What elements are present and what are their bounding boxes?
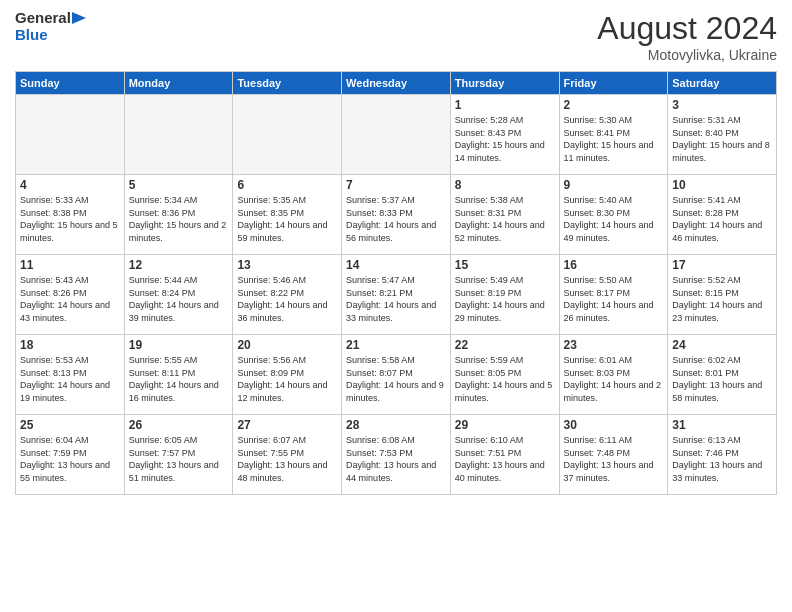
col-friday: Friday bbox=[559, 72, 668, 95]
day-number: 21 bbox=[346, 338, 446, 352]
day-number: 23 bbox=[564, 338, 664, 352]
weekday-row: Sunday Monday Tuesday Wednesday Thursday… bbox=[16, 72, 777, 95]
day-cell: 28Sunrise: 6:08 AMSunset: 7:53 PMDayligh… bbox=[342, 415, 451, 495]
week-row-3: 18Sunrise: 5:53 AMSunset: 8:13 PMDayligh… bbox=[16, 335, 777, 415]
day-cell: 3Sunrise: 5:31 AMSunset: 8:40 PMDaylight… bbox=[668, 95, 777, 175]
day-cell: 15Sunrise: 5:49 AMSunset: 8:19 PMDayligh… bbox=[450, 255, 559, 335]
week-row-4: 25Sunrise: 6:04 AMSunset: 7:59 PMDayligh… bbox=[16, 415, 777, 495]
day-number: 26 bbox=[129, 418, 229, 432]
day-cell: 19Sunrise: 5:55 AMSunset: 8:11 PMDayligh… bbox=[124, 335, 233, 415]
day-cell: 10Sunrise: 5:41 AMSunset: 8:28 PMDayligh… bbox=[668, 175, 777, 255]
col-monday: Monday bbox=[124, 72, 233, 95]
day-cell: 24Sunrise: 6:02 AMSunset: 8:01 PMDayligh… bbox=[668, 335, 777, 415]
day-cell: 21Sunrise: 5:58 AMSunset: 8:07 PMDayligh… bbox=[342, 335, 451, 415]
day-info: Sunrise: 5:38 AMSunset: 8:31 PMDaylight:… bbox=[455, 194, 555, 244]
day-number: 10 bbox=[672, 178, 772, 192]
day-number: 19 bbox=[129, 338, 229, 352]
day-cell: 5Sunrise: 5:34 AMSunset: 8:36 PMDaylight… bbox=[124, 175, 233, 255]
day-info: Sunrise: 6:04 AMSunset: 7:59 PMDaylight:… bbox=[20, 434, 120, 484]
day-cell: 30Sunrise: 6:11 AMSunset: 7:48 PMDayligh… bbox=[559, 415, 668, 495]
day-info: Sunrise: 5:35 AMSunset: 8:35 PMDaylight:… bbox=[237, 194, 337, 244]
day-cell bbox=[342, 95, 451, 175]
day-number: 27 bbox=[237, 418, 337, 432]
day-cell: 1Sunrise: 5:28 AMSunset: 8:43 PMDaylight… bbox=[450, 95, 559, 175]
day-number: 24 bbox=[672, 338, 772, 352]
day-info: Sunrise: 6:02 AMSunset: 8:01 PMDaylight:… bbox=[672, 354, 772, 404]
day-info: Sunrise: 5:56 AMSunset: 8:09 PMDaylight:… bbox=[237, 354, 337, 404]
day-info: Sunrise: 5:34 AMSunset: 8:36 PMDaylight:… bbox=[129, 194, 229, 244]
day-info: Sunrise: 6:13 AMSunset: 7:46 PMDaylight:… bbox=[672, 434, 772, 484]
day-cell bbox=[16, 95, 125, 175]
day-cell: 27Sunrise: 6:07 AMSunset: 7:55 PMDayligh… bbox=[233, 415, 342, 495]
title-block: August 2024 Motovylivka, Ukraine bbox=[597, 10, 777, 63]
day-info: Sunrise: 6:08 AMSunset: 7:53 PMDaylight:… bbox=[346, 434, 446, 484]
col-saturday: Saturday bbox=[668, 72, 777, 95]
day-cell: 16Sunrise: 5:50 AMSunset: 8:17 PMDayligh… bbox=[559, 255, 668, 335]
day-cell: 11Sunrise: 5:43 AMSunset: 8:26 PMDayligh… bbox=[16, 255, 125, 335]
day-cell bbox=[124, 95, 233, 175]
day-cell: 7Sunrise: 5:37 AMSunset: 8:33 PMDaylight… bbox=[342, 175, 451, 255]
day-info: Sunrise: 6:11 AMSunset: 7:48 PMDaylight:… bbox=[564, 434, 664, 484]
svg-marker-0 bbox=[72, 12, 86, 24]
day-cell: 31Sunrise: 6:13 AMSunset: 7:46 PMDayligh… bbox=[668, 415, 777, 495]
day-number: 13 bbox=[237, 258, 337, 272]
day-number: 9 bbox=[564, 178, 664, 192]
logo-general-text: General bbox=[15, 10, 71, 27]
day-info: Sunrise: 5:40 AMSunset: 8:30 PMDaylight:… bbox=[564, 194, 664, 244]
day-number: 17 bbox=[672, 258, 772, 272]
day-number: 2 bbox=[564, 98, 664, 112]
calendar-body: 1Sunrise: 5:28 AMSunset: 8:43 PMDaylight… bbox=[16, 95, 777, 495]
day-cell: 23Sunrise: 6:01 AMSunset: 8:03 PMDayligh… bbox=[559, 335, 668, 415]
header: General Blue August 2024 Motovylivka, Uk… bbox=[15, 10, 777, 63]
day-cell: 20Sunrise: 5:56 AMSunset: 8:09 PMDayligh… bbox=[233, 335, 342, 415]
logo: General Blue bbox=[15, 10, 86, 43]
day-info: Sunrise: 5:37 AMSunset: 8:33 PMDaylight:… bbox=[346, 194, 446, 244]
day-info: Sunrise: 5:31 AMSunset: 8:40 PMDaylight:… bbox=[672, 114, 772, 164]
day-info: Sunrise: 5:30 AMSunset: 8:41 PMDaylight:… bbox=[564, 114, 664, 164]
day-info: Sunrise: 6:10 AMSunset: 7:51 PMDaylight:… bbox=[455, 434, 555, 484]
day-number: 11 bbox=[20, 258, 120, 272]
month-year: August 2024 bbox=[597, 10, 777, 47]
day-number: 31 bbox=[672, 418, 772, 432]
week-row-0: 1Sunrise: 5:28 AMSunset: 8:43 PMDaylight… bbox=[16, 95, 777, 175]
day-cell: 29Sunrise: 6:10 AMSunset: 7:51 PMDayligh… bbox=[450, 415, 559, 495]
day-number: 3 bbox=[672, 98, 772, 112]
day-number: 5 bbox=[129, 178, 229, 192]
logo-blue-text: Blue bbox=[15, 27, 48, 44]
day-cell: 8Sunrise: 5:38 AMSunset: 8:31 PMDaylight… bbox=[450, 175, 559, 255]
day-info: Sunrise: 5:43 AMSunset: 8:26 PMDaylight:… bbox=[20, 274, 120, 324]
day-info: Sunrise: 5:58 AMSunset: 8:07 PMDaylight:… bbox=[346, 354, 446, 404]
calendar-table: Sunday Monday Tuesday Wednesday Thursday… bbox=[15, 71, 777, 495]
day-number: 22 bbox=[455, 338, 555, 352]
day-cell: 22Sunrise: 5:59 AMSunset: 8:05 PMDayligh… bbox=[450, 335, 559, 415]
day-number: 29 bbox=[455, 418, 555, 432]
day-info: Sunrise: 5:49 AMSunset: 8:19 PMDaylight:… bbox=[455, 274, 555, 324]
day-info: Sunrise: 6:05 AMSunset: 7:57 PMDaylight:… bbox=[129, 434, 229, 484]
day-info: Sunrise: 5:55 AMSunset: 8:11 PMDaylight:… bbox=[129, 354, 229, 404]
day-info: Sunrise: 5:52 AMSunset: 8:15 PMDaylight:… bbox=[672, 274, 772, 324]
day-number: 7 bbox=[346, 178, 446, 192]
day-number: 14 bbox=[346, 258, 446, 272]
day-number: 6 bbox=[237, 178, 337, 192]
day-cell: 18Sunrise: 5:53 AMSunset: 8:13 PMDayligh… bbox=[16, 335, 125, 415]
day-info: Sunrise: 5:59 AMSunset: 8:05 PMDaylight:… bbox=[455, 354, 555, 404]
week-row-2: 11Sunrise: 5:43 AMSunset: 8:26 PMDayligh… bbox=[16, 255, 777, 335]
col-wednesday: Wednesday bbox=[342, 72, 451, 95]
day-cell: 14Sunrise: 5:47 AMSunset: 8:21 PMDayligh… bbox=[342, 255, 451, 335]
col-thursday: Thursday bbox=[450, 72, 559, 95]
day-cell: 17Sunrise: 5:52 AMSunset: 8:15 PMDayligh… bbox=[668, 255, 777, 335]
day-number: 4 bbox=[20, 178, 120, 192]
day-number: 28 bbox=[346, 418, 446, 432]
day-number: 12 bbox=[129, 258, 229, 272]
day-number: 15 bbox=[455, 258, 555, 272]
day-cell: 4Sunrise: 5:33 AMSunset: 8:38 PMDaylight… bbox=[16, 175, 125, 255]
calendar-header: Sunday Monday Tuesday Wednesday Thursday… bbox=[16, 72, 777, 95]
day-cell: 25Sunrise: 6:04 AMSunset: 7:59 PMDayligh… bbox=[16, 415, 125, 495]
day-info: Sunrise: 5:50 AMSunset: 8:17 PMDaylight:… bbox=[564, 274, 664, 324]
day-number: 30 bbox=[564, 418, 664, 432]
day-info: Sunrise: 6:01 AMSunset: 8:03 PMDaylight:… bbox=[564, 354, 664, 404]
day-number: 1 bbox=[455, 98, 555, 112]
day-number: 20 bbox=[237, 338, 337, 352]
week-row-1: 4Sunrise: 5:33 AMSunset: 8:38 PMDaylight… bbox=[16, 175, 777, 255]
col-sunday: Sunday bbox=[16, 72, 125, 95]
